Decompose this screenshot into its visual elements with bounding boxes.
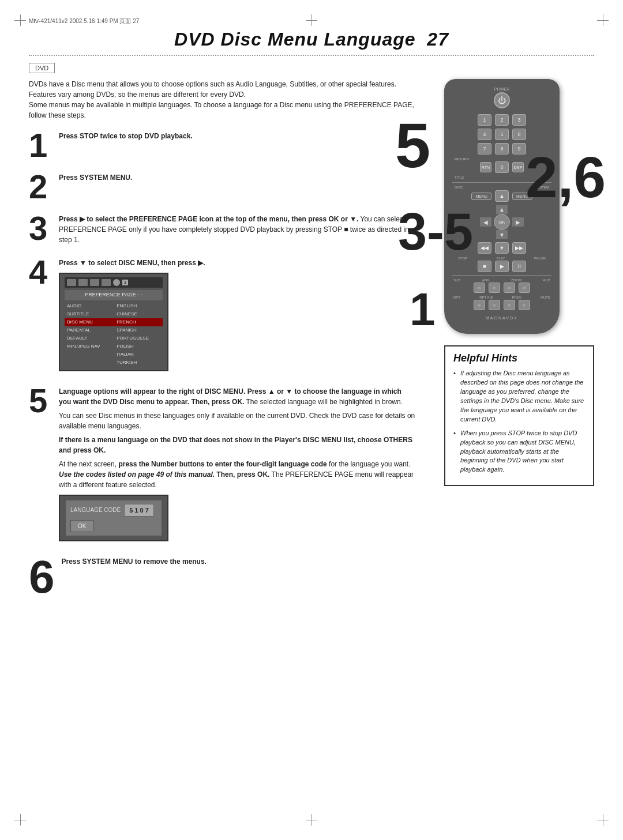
ok-btn[interactable]: OK	[494, 214, 510, 230]
preview-btn[interactable]: ○	[504, 300, 515, 310]
rew-btn[interactable]: ◀◀	[478, 242, 491, 254]
step-4-number: 4	[29, 255, 52, 289]
angle-btn[interactable]: ○	[489, 282, 500, 293]
pref-row-subtitle: SUBTITLECHINESE	[65, 310, 163, 318]
sub-angle-zoom-audio-row: ○ ○ ○ ○	[452, 282, 551, 293]
lang-code-ok: OK	[70, 520, 93, 532]
step-1-number: 1	[29, 129, 52, 162]
sub-btn[interactable]: ○	[474, 282, 485, 293]
btn-7[interactable]: 7	[478, 143, 491, 155]
btn-6[interactable]: 6	[512, 129, 526, 140]
nav-up-btn[interactable]: ▲	[496, 205, 508, 214]
overlay-number-26: 2,6	[526, 148, 606, 206]
display-btn[interactable]: DSP	[512, 162, 524, 172]
helpful-hints-list: If adjusting the Disc menu language as d…	[453, 369, 585, 474]
repeat-ab-label: RPT A-B	[479, 296, 493, 299]
overlay-number-1: 1	[410, 287, 436, 333]
step-1: 1 Press STOP twice to stop DVD playback.	[29, 129, 415, 162]
right-col: 5 2,6 3-5 1 POWER ⏻ 1 2 3	[427, 79, 594, 486]
title-label: TITLE	[455, 176, 464, 179]
zoom-label: ZOOM	[511, 278, 521, 282]
toolbar-num: 1	[122, 280, 128, 285]
lang-code-screen: LANGUAGE CODE 5 1 0 7 OK	[59, 495, 168, 542]
nav-down-btn-2[interactable]: ▼	[495, 242, 509, 254]
nav-down-btn[interactable]: ▼	[496, 230, 508, 239]
audio-label: AUD	[543, 278, 550, 282]
repeat-ab-btn[interactable]: ○	[489, 300, 500, 310]
pause-label: PAUSE	[534, 257, 546, 260]
return-btn[interactable]: RTN	[480, 162, 491, 172]
helpful-hints-box: Helpful Hints If adjusting the Disc menu…	[444, 345, 594, 486]
step-5-content: Language options will appear to the righ…	[59, 384, 415, 547]
toolbar-icon-speaker	[78, 279, 88, 286]
crosshair-tl	[14, 14, 26, 26]
repeat-label: RPT	[453, 296, 460, 299]
stop-btn[interactable]: ■	[478, 261, 491, 272]
toolbar-icon-menu	[102, 279, 111, 286]
btn-3[interactable]: 3	[512, 114, 526, 126]
btn-0[interactable]: 0	[495, 161, 509, 173]
step-1-content: Press STOP twice to stop DVD playback.	[59, 129, 193, 144]
ff-btn[interactable]: ▶▶	[512, 242, 526, 254]
step-4: 4 Press ▼ to select DISC MENU, then pres…	[29, 255, 415, 376]
mute-btn[interactable]: ○	[519, 300, 530, 310]
remote-divider-2	[452, 275, 551, 276]
step-5-para4: At the next screen, press the Number but…	[59, 459, 415, 490]
nav-left-btn[interactable]: ◀	[480, 217, 491, 227]
step-3: 3 Press ▶ to select the PREFERENCE PAGE …	[29, 212, 415, 247]
main-layout: DVDs have a Disc menu that allows you to…	[29, 79, 594, 608]
num-row-2: 4 5 6	[452, 129, 551, 140]
hint-2: When you press STOP twice to stop DVD pl…	[453, 429, 585, 475]
step-6-number: 6	[29, 554, 55, 600]
page-container: MⅣ-421/411v2 2002.5.16 1:49 PM 页面 27 DVD…	[0, 0, 623, 840]
btn-1[interactable]: 1	[478, 114, 491, 126]
nav-up-btn-disc[interactable]: ▲	[495, 190, 509, 202]
pause-btn[interactable]: ⏸	[512, 261, 526, 272]
crosshair-tc	[306, 14, 317, 26]
step-5-number: 5	[29, 384, 52, 417]
pref-screen-mockup-1: 1 PREFERENCE PAGE - - AUDIOENGLISH SUBTI…	[59, 273, 168, 371]
crosshair-br	[597, 814, 609, 826]
overlay-number-5: 5	[395, 114, 430, 177]
disc-menu-btn[interactable]: MENU	[471, 193, 491, 200]
intro-text: DVDs have a Disc menu that allows you to…	[29, 79, 415, 120]
pref-row-parental: PARENTALSPANISH	[65, 326, 163, 334]
disc-label: DISC	[455, 186, 463, 189]
toolbar-icon-film	[67, 279, 76, 286]
play-btn[interactable]: ▶	[495, 261, 509, 272]
sub-label: SUB	[453, 278, 460, 282]
repeat-btn[interactable]: ○	[474, 300, 485, 310]
brand-label: MAGNAVOX	[452, 316, 551, 320]
angle-label: ANG	[482, 278, 490, 282]
pref-row-turkish: TURKISH	[65, 359, 163, 367]
page-title: DVD Disc Menu Language 27	[29, 29, 594, 50]
lang-code-label: LANGUAGE CODE	[70, 506, 121, 514]
step-4-content: Press ▼ to select DISC MENU, then press …	[59, 255, 205, 376]
helpful-hints-title: Helpful Hints	[453, 352, 585, 364]
step-6: 6 Press SYSTEM MENU to remove the menus.	[29, 554, 415, 600]
btn-5[interactable]: 5	[495, 129, 509, 140]
audio-btn[interactable]: ○	[519, 282, 530, 293]
nav-right-btn[interactable]: ▶	[512, 217, 524, 227]
btn-4[interactable]: 4	[478, 129, 491, 140]
toolbar-icon-display	[90, 279, 99, 286]
btn-2[interactable]: 2	[495, 114, 509, 126]
crosshair-tr	[597, 14, 609, 26]
hint-1: If adjusting the Disc menu language as d…	[453, 369, 585, 424]
mute-label: MUTE	[541, 296, 550, 299]
power-label: POWER	[452, 87, 551, 91]
pref-row-mp3: MP3/JPEG NAVPOLISH	[65, 342, 163, 351]
dvd-label: DVD	[29, 63, 55, 73]
step-2-number: 2	[29, 170, 52, 204]
toolbar-lock	[113, 279, 120, 286]
btn-9[interactable]: 9	[512, 143, 526, 155]
lang-code-inner: LANGUAGE CODE 5 1 0 7 OK	[66, 500, 162, 536]
lang-code-box: 5 1 0 7	[124, 504, 154, 517]
step-2-content: Press SYSTEM MENU.	[59, 170, 132, 185]
title-rule	[29, 55, 594, 56]
zoom-btn[interactable]: ○	[504, 282, 515, 293]
power-button[interactable]: ⏻	[494, 92, 510, 108]
return-label: RETURN	[455, 157, 469, 161]
step-2: 2 Press SYSTEM MENU.	[29, 170, 415, 204]
btn-8[interactable]: 8	[495, 143, 509, 155]
